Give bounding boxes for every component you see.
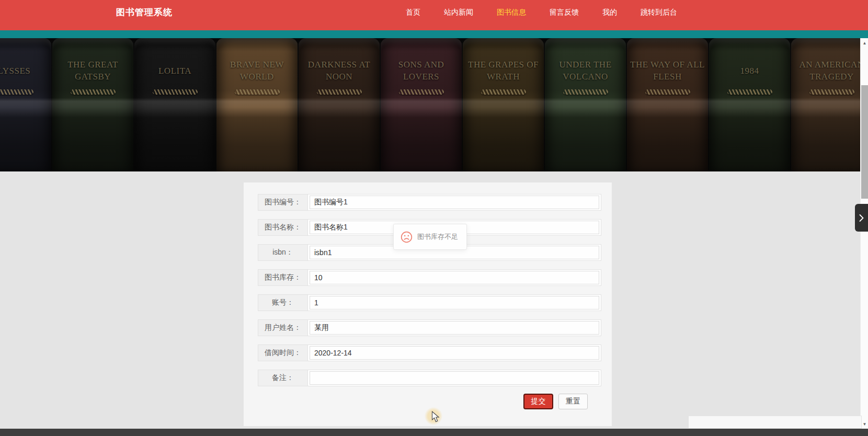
toast-stock-warning: 图书库存不足 — [393, 224, 467, 250]
book-spine: LOLITA — [134, 38, 215, 171]
book-spine: ULYSSES — [0, 38, 51, 171]
nav-item-2[interactable]: 图书信息 — [497, 8, 526, 17]
scroll-down-button[interactable]: ▼ — [861, 420, 868, 428]
book-spine-title: AN AMERICAN TRAGEDY — [794, 54, 860, 88]
book-spine-title: BRAVE NEW WORLD — [219, 54, 295, 88]
form-row: 账号： 1 — [258, 294, 601, 311]
spine-ornament — [235, 89, 280, 95]
book-spine-title: 1984 — [712, 54, 787, 88]
accent-bar — [0, 30, 868, 38]
scroll-up-button[interactable]: ▲ — [861, 39, 868, 47]
book-spine: BRAVE NEW WORLD — [216, 38, 298, 171]
book-spine-title: THE WAY OF ALL FLESH — [630, 54, 705, 88]
book-spine-title: THE GREAT GATSBY — [55, 54, 131, 88]
form-row: 用户姓名： 某用 — [258, 319, 601, 336]
bookshelf-banner: ULYSSES THE GREAT GATSBY LOLITA BRAVE NE… — [0, 38, 860, 171]
spine-ornament — [317, 89, 362, 95]
field-label: 图书库存： — [258, 270, 308, 285]
side-panel-toggle-button[interactable] — [855, 204, 868, 232]
spine-ornament — [809, 89, 854, 95]
book-spine: THE GREAT GATSBY — [52, 38, 133, 171]
book-spine: AN AMERICAN TRAGEDY — [791, 38, 860, 171]
field-label: 图书编号： — [258, 194, 308, 210]
sad-face-icon — [401, 231, 413, 243]
book-spine: 1984 — [709, 38, 790, 171]
app-title: 图书管理系统 — [116, 6, 173, 18]
spine-ornament — [71, 89, 116, 95]
book-spine: DARKNESS AT NOON — [299, 38, 380, 171]
field-input[interactable]: 10 — [310, 271, 599, 284]
field-label: 用户姓名： — [258, 320, 308, 336]
page: 图书管理系统 首页站内新闻图书信息留言反馈我的跳转到后台 ULYSSES THE… — [0, 0, 868, 436]
form-row: 图书编号： 图书编号1 — [258, 194, 601, 211]
spine-ornament — [645, 89, 690, 95]
window-bottom-edge — [0, 429, 868, 436]
book-spine: THE GRAPES OF WRATH — [463, 38, 544, 171]
book-spine-title: LOLITA — [137, 54, 213, 88]
spine-ornament — [481, 89, 526, 95]
book-spine-title: THE GRAPES OF WRATH — [465, 54, 541, 88]
book-spine-title: UNDER THE VOLCANO — [547, 54, 623, 88]
nav-item-0[interactable]: 首页 — [406, 8, 420, 17]
field-label: 备注： — [258, 370, 308, 386]
browser-status-box — [688, 416, 862, 429]
form-row: 借阅时间： 2020-12-14 — [258, 345, 601, 361]
book-spine-title: DARKNESS AT NOON — [301, 54, 377, 88]
nav-item-1[interactable]: 站内新闻 — [444, 8, 473, 17]
field-label: 借阅时间： — [258, 345, 308, 361]
form-row: 备注： — [258, 370, 601, 386]
nav-item-3[interactable]: 留言反馈 — [550, 8, 579, 17]
field-input[interactable]: 图书编号1 — [310, 196, 599, 209]
nav-item-5[interactable]: 跳转到后台 — [641, 8, 677, 17]
app-header: 图书管理系统 首页站内新闻图书信息留言反馈我的跳转到后台 — [0, 0, 868, 30]
scrollbar-thumb[interactable] — [861, 85, 868, 199]
field-label: 图书名称： — [258, 220, 308, 235]
field-input[interactable]: 1 — [310, 296, 599, 309]
book-spine-title: ULYSSES — [0, 54, 49, 88]
form-card: 备注： 借阅时间： 2020-12-14 用户姓名： 某用 账号： 1 图书库存… — [244, 182, 612, 426]
spine-ornament — [0, 89, 33, 95]
main-nav: 首页站内新闻图书信息留言反馈我的跳转到后台 — [406, 8, 677, 17]
reset-button[interactable]: 重置 — [558, 394, 588, 409]
book-spine-title: SONS AND LOVERS — [383, 54, 459, 88]
toast-message: 图书库存不足 — [417, 232, 458, 242]
chevron-right-icon — [859, 214, 864, 222]
nav-item-4[interactable]: 我的 — [602, 8, 617, 17]
spine-ornament — [727, 89, 772, 95]
book-spine: UNDER THE VOLCANO — [545, 38, 626, 171]
triangle-up-icon: ▲ — [863, 41, 867, 45]
submit-button[interactable]: 提交 — [523, 394, 553, 409]
triangle-down-icon: ▼ — [863, 422, 867, 427]
field-label: isbn： — [258, 245, 308, 260]
field-input[interactable]: 2020-12-14 — [310, 346, 599, 360]
form-row: 图书库存： 10 — [258, 269, 601, 286]
scrollbar-track[interactable]: ▲ ▼ — [860, 38, 868, 429]
field-label: 账号： — [258, 295, 308, 311]
spine-ornament — [399, 89, 444, 95]
field-input[interactable] — [310, 371, 599, 385]
field-input[interactable]: 某用 — [310, 321, 599, 335]
book-spine: THE WAY OF ALL FLESH — [627, 38, 708, 171]
book-spine: SONS AND LOVERS — [381, 38, 462, 171]
spine-ornament — [563, 89, 608, 95]
spine-ornament — [153, 89, 198, 95]
